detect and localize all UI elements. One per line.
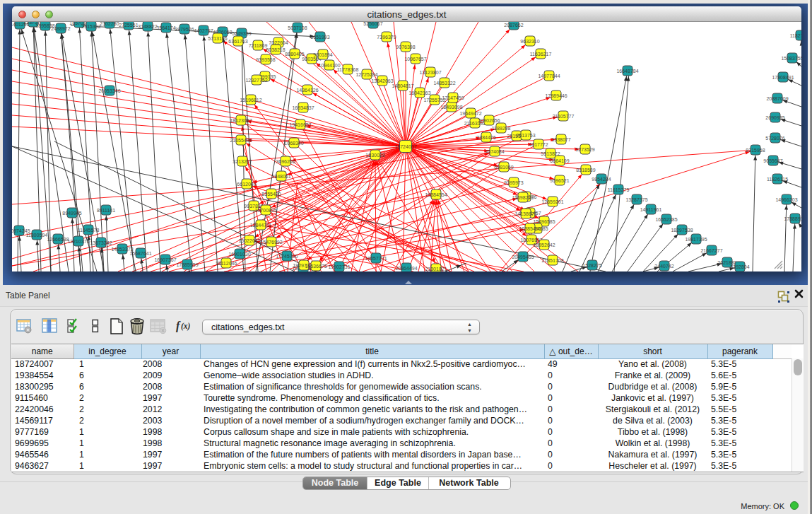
- svg-text:19649472: 19649472: [459, 111, 481, 116]
- svg-text:16385495: 16385495: [519, 226, 541, 231]
- svg-text:3392804: 3392804: [730, 264, 749, 269]
- svg-text:16648784: 16648784: [616, 69, 638, 74]
- svg-text:3979526: 3979526: [175, 27, 194, 32]
- svg-text:1528275: 1528275: [582, 263, 601, 268]
- svg-text:17989446: 17989446: [545, 93, 567, 98]
- svg-text:14966203: 14966203: [775, 197, 797, 202]
- svg-text:14804817: 14804817: [392, 83, 413, 88]
- svg-text:6651993: 6651993: [310, 35, 329, 40]
- svg-text:8880405: 8880405: [285, 52, 304, 57]
- svg-text:5037108: 5037108: [288, 25, 307, 30]
- svg-text:7211869: 7211869: [249, 43, 268, 48]
- svg-text:20887009: 20887009: [766, 96, 788, 101]
- svg-text:5848061: 5848061: [271, 174, 290, 179]
- svg-text:2488972: 2488972: [51, 26, 70, 31]
- svg-text:16907367: 16907367: [154, 257, 176, 262]
- svg-text:19384554: 19384554: [425, 192, 447, 197]
- svg-text:15476992: 15476992: [260, 240, 282, 245]
- svg-text:13123807: 13123807: [419, 70, 441, 75]
- svg-text:11698229: 11698229: [512, 195, 534, 200]
- svg-text:11826115: 11826115: [767, 177, 788, 182]
- svg-text:3148822: 3148822: [138, 24, 157, 29]
- svg-text:2513753: 2513753: [516, 133, 535, 138]
- svg-text:2690935: 2690935: [765, 115, 784, 120]
- svg-text:11615275: 11615275: [608, 187, 630, 192]
- svg-text:17888914: 17888914: [784, 216, 801, 221]
- svg-text:1189298: 1189298: [492, 126, 511, 131]
- svg-text:21055499: 21055499: [230, 138, 252, 143]
- svg-text:1068340: 1068340: [284, 141, 303, 146]
- svg-text:21667277: 21667277: [700, 248, 722, 253]
- svg-text:3213207: 3213207: [233, 159, 252, 164]
- svg-text:20053346: 20053346: [98, 88, 120, 93]
- svg-text:2087662: 2087662: [504, 23, 523, 28]
- svg-text:1830028: 1830028: [365, 153, 384, 158]
- svg-text:9301894: 9301894: [313, 52, 332, 57]
- svg-text:20495465: 20495465: [512, 255, 534, 259]
- svg-text:17885959: 17885959: [176, 262, 198, 267]
- svg-text:15687641: 15687641: [129, 251, 151, 256]
- svg-text:19902731: 19902731: [328, 264, 350, 269]
- svg-text:3564174: 3564174: [156, 25, 175, 30]
- svg-text:2440742: 2440742: [654, 264, 673, 269]
- svg-text:13673242: 13673242: [90, 240, 112, 245]
- svg-text:6612049: 6612049: [237, 182, 256, 187]
- svg-text:16042163: 16042163: [408, 90, 430, 95]
- svg-text:8355420: 8355420: [261, 192, 281, 197]
- svg-text:12327752: 12327752: [245, 78, 267, 83]
- svg-text:20864494: 20864494: [395, 266, 417, 271]
- svg-text:21351708: 21351708: [541, 258, 563, 263]
- svg-text:9055647: 9055647: [763, 158, 782, 163]
- svg-text:3538077: 3538077: [551, 137, 570, 142]
- svg-text:13287375: 13287375: [625, 197, 647, 202]
- svg-text:14911961: 14911961: [640, 207, 662, 212]
- svg-text:4402797: 4402797: [194, 28, 213, 33]
- svg-text:14138672: 14138672: [514, 211, 536, 216]
- svg-text:21105777: 21105777: [553, 114, 575, 119]
- svg-text:10700835: 10700835: [254, 208, 276, 213]
- svg-text:8038218: 8038218: [266, 47, 285, 52]
- svg-text:13842063: 13842063: [371, 78, 393, 83]
- svg-text:3696266: 3696266: [276, 159, 295, 164]
- svg-text:6981069: 6981069: [494, 165, 513, 170]
- svg-text:5249339: 5249339: [232, 31, 251, 36]
- svg-text:18952642: 18952642: [533, 243, 555, 247]
- svg-text:9596521: 9596521: [550, 178, 569, 183]
- svg-text:5713196: 5713196: [208, 36, 227, 41]
- svg-text:12666538: 12666538: [47, 237, 69, 242]
- svg-text:16901030: 16901030: [228, 252, 250, 257]
- svg-text:2725551: 2725551: [119, 23, 138, 28]
- svg-text:19817395: 19817395: [685, 237, 707, 242]
- svg-text:6664109: 6664109: [550, 158, 569, 163]
- svg-text:18493098: 18493098: [440, 105, 462, 110]
- svg-text:9854284: 9854284: [592, 177, 611, 182]
- svg-text:8949945: 8949945: [62, 211, 81, 216]
- svg-text:7396379: 7396379: [377, 35, 396, 40]
- svg-text:20902656: 20902656: [478, 118, 500, 123]
- svg-text:f: f: [176, 320, 181, 332]
- svg-text:15022045: 15022045: [238, 238, 260, 243]
- svg-text:2515302: 2515302: [81, 24, 100, 29]
- svg-text:10967657: 10967657: [404, 57, 426, 62]
- svg-text:(x): (x): [181, 322, 191, 331]
- svg-text:4017772: 4017772: [529, 142, 548, 147]
- svg-text:21301821: 21301821: [425, 267, 447, 271]
- svg-text:9395973: 9395973: [504, 180, 523, 185]
- svg-text:18123087: 18123087: [230, 118, 252, 123]
- svg-text:6361763: 6361763: [228, 39, 247, 44]
- svg-text:14364126: 14364126: [296, 88, 318, 93]
- svg-text:4574084: 4574084: [485, 149, 504, 154]
- svg-text:18112046: 18112046: [216, 261, 237, 266]
- svg-text:12725284: 12725284: [355, 72, 377, 77]
- svg-text:8911141: 8911141: [97, 208, 115, 213]
- svg-text:9632310: 9632310: [520, 39, 539, 44]
- svg-text:11827455: 11827455: [790, 33, 801, 38]
- svg-text:9393558: 9393558: [256, 57, 275, 62]
- svg-text:8215958: 8215958: [746, 148, 765, 153]
- svg-text:19536675: 19536675: [305, 264, 326, 269]
- svg-text:15196812: 15196812: [240, 98, 261, 103]
- svg-text:17745790: 17745790: [276, 254, 298, 259]
- svg-text:19057771: 19057771: [365, 256, 387, 261]
- svg-text:18297538: 18297538: [671, 228, 693, 233]
- svg-text:2384476: 2384476: [476, 135, 495, 140]
